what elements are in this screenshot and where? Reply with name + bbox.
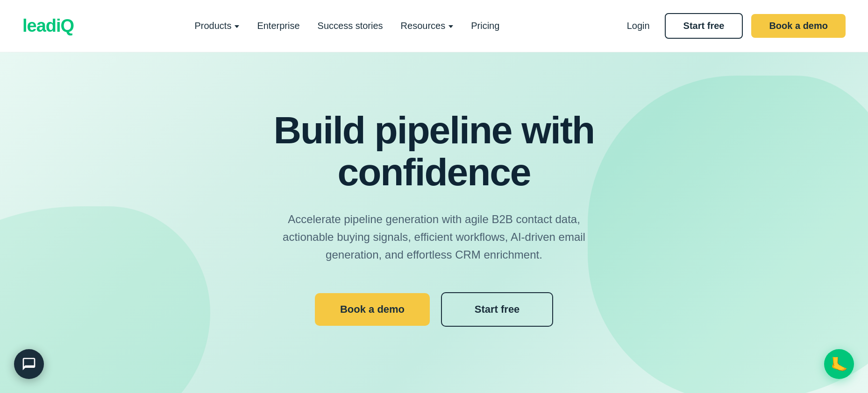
login-link[interactable]: Login bbox=[620, 17, 656, 35]
nav-link-pricing[interactable]: Pricing bbox=[464, 17, 506, 35]
nav-link-enterprise[interactable]: Enterprise bbox=[250, 17, 306, 35]
start-free-button[interactable]: Start free bbox=[665, 13, 743, 39]
navbar: leadiQ Products Enterprise Success stori… bbox=[0, 0, 868, 52]
nav-item-success-stories[interactable]: Success stories bbox=[311, 17, 390, 35]
nav-item-resources[interactable]: Resources bbox=[394, 17, 460, 35]
hero-content: Build pipeline with confidence Accelerat… bbox=[274, 109, 594, 327]
hero-section: Build pipeline with confidence Accelerat… bbox=[0, 52, 868, 393]
nav-link-resources[interactable]: Resources bbox=[394, 17, 460, 35]
logo[interactable]: leadiQ bbox=[22, 16, 74, 36]
chat-widget[interactable] bbox=[14, 349, 44, 379]
nav-actions: Login Start free Book a demo bbox=[620, 13, 846, 39]
nav-link-success-stories[interactable]: Success stories bbox=[311, 17, 390, 35]
hero-book-demo-button[interactable]: Book a demo bbox=[315, 293, 430, 326]
book-demo-button[interactable]: Book a demo bbox=[751, 14, 846, 38]
nav-links: Products Enterprise Success stories Reso… bbox=[188, 17, 506, 35]
fingerprint-widget[interactable]: 🦶 bbox=[824, 349, 854, 379]
chevron-down-icon bbox=[235, 25, 239, 28]
hero-subtitle: Accelerate pipeline generation with agil… bbox=[275, 211, 593, 264]
hero-title: Build pipeline with confidence bbox=[274, 109, 594, 193]
chat-icon bbox=[21, 357, 36, 372]
logo-text: leadiQ bbox=[22, 16, 74, 36]
hero-start-free-button[interactable]: Start free bbox=[441, 292, 553, 327]
fingerprint-icon: 🦶 bbox=[831, 356, 848, 372]
nav-item-enterprise[interactable]: Enterprise bbox=[250, 17, 306, 35]
hero-buttons: Book a demo Start free bbox=[274, 292, 594, 327]
chevron-down-icon bbox=[448, 25, 453, 28]
nav-item-products[interactable]: Products bbox=[188, 17, 246, 35]
nav-link-products[interactable]: Products bbox=[188, 17, 246, 35]
nav-item-pricing[interactable]: Pricing bbox=[464, 17, 506, 35]
